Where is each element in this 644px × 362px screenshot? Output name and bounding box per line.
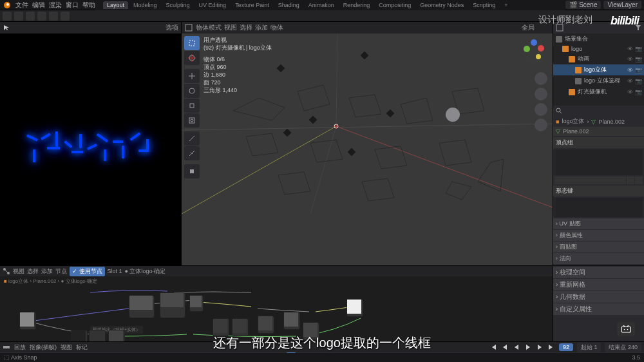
timeline-menu[interactable]: 回放 <box>14 343 26 352</box>
cursor-tool[interactable] <box>184 51 200 65</box>
editor-type-icon[interactable] <box>184 23 193 32</box>
orientation-dropdown[interactable]: 全局 <box>522 23 535 32</box>
outliner-item[interactable]: logo立体 👁📷 <box>553 64 644 75</box>
snap-icon[interactable] <box>61 12 70 21</box>
material-dropdown[interactable]: ● 立体logo·确定 <box>125 267 166 276</box>
workspace-add[interactable]: + <box>500 1 511 9</box>
camera-icon[interactable] <box>535 103 547 116</box>
outliner-item[interactable]: logo·立体选程 👁📷 <box>553 75 644 86</box>
search-icon[interactable] <box>556 108 562 114</box>
workspace-tab[interactable]: Modeling <box>129 1 161 9</box>
outliner-item[interactable]: 动画 👁📷 <box>553 53 644 64</box>
node[interactable] <box>189 295 204 312</box>
workspace-tab[interactable]: Texture Paint <box>231 1 273 9</box>
slot-dropdown[interactable]: Slot 1 <box>108 268 122 274</box>
pan-icon[interactable] <box>535 88 547 100</box>
end-frame-field[interactable]: 结束点 240 <box>605 343 641 352</box>
prop-panel[interactable]: › 颜色属性 <box>553 230 644 241</box>
outliner-item[interactable]: logo 👁📷 <box>553 44 644 53</box>
remove-icon[interactable] <box>635 176 643 184</box>
workspace-tab[interactable]: Geometry Nodes <box>416 1 468 9</box>
bilibili-button[interactable] <box>617 322 635 336</box>
timeline-menu[interactable]: 视图 <box>61 343 72 352</box>
transform-tool[interactable] <box>184 113 200 128</box>
zoom-icon[interactable] <box>535 72 547 85</box>
node[interactable] <box>129 295 155 318</box>
prop-panel[interactable]: › UV 贴图 <box>553 218 644 229</box>
menu-help[interactable]: 帮助 <box>82 1 95 10</box>
prop-panel[interactable]: › 重新网格 <box>553 279 644 291</box>
annotate-tool[interactable] <box>184 131 200 146</box>
scale-tool[interactable] <box>184 99 200 113</box>
section-header[interactable]: 形态键 <box>553 186 644 196</box>
node[interactable] <box>213 318 229 336</box>
menu-file[interactable]: 文件 <box>15 1 28 10</box>
current-frame-field[interactable]: 92 <box>559 343 573 351</box>
timeline-menu[interactable]: 抠像(插帧) <box>30 343 57 352</box>
menu-render[interactable]: 渲染 <box>49 1 62 10</box>
forward-end-icon[interactable] <box>547 343 555 351</box>
workspace-tab[interactable]: Layout <box>103 1 128 9</box>
workspace-tab[interactable]: Shading <box>274 1 303 9</box>
use-nodes-toggle[interactable]: ✓ 使用节点 <box>70 267 105 276</box>
datablock-name[interactable]: ▽ Plane.002 <box>553 127 644 136</box>
rewind-start-icon[interactable] <box>489 343 497 351</box>
workspace-tab[interactable]: Sculpting <box>162 1 194 9</box>
prop-panel[interactable]: › 面贴图 <box>553 242 644 252</box>
prop-panel[interactable]: › 校理空间 <box>553 267 644 278</box>
node[interactable] <box>71 330 88 341</box>
select-tool[interactable] <box>184 36 200 50</box>
snap-icon[interactable] <box>14 12 23 21</box>
viewport-menu[interactable]: 添加 <box>255 23 268 32</box>
options-dropdown[interactable]: 选项 <box>166 23 178 32</box>
add-icon[interactable] <box>627 176 634 184</box>
scene-field[interactable]: 🎬 Scene <box>565 1 601 9</box>
start-frame-field[interactable]: 起始 1 <box>577 343 601 352</box>
prop-panel[interactable]: › 法向 <box>553 253 644 264</box>
snap-icon[interactable] <box>3 12 12 21</box>
add-cube-tool[interactable] <box>184 164 200 178</box>
menu-edit[interactable]: 编辑 <box>32 1 45 10</box>
cursor-icon[interactable] <box>3 24 10 32</box>
node-menu[interactable]: 节点 <box>55 267 67 276</box>
outliner-item[interactable]: 灯光摄像机 👁📷 <box>553 86 644 97</box>
timeline-menu[interactable]: 标记 <box>76 343 88 352</box>
play-reverse-icon[interactable] <box>513 343 520 351</box>
node-menu[interactable]: 添加 <box>41 267 53 276</box>
viewport-menu[interactable]: 物体 <box>270 23 283 32</box>
workspace-tab[interactable]: Compositing <box>375 1 415 9</box>
node[interactable] <box>160 292 185 318</box>
viewport-menu[interactable]: 选择 <box>240 23 252 32</box>
menu-window[interactable]: 窗口 <box>66 1 79 10</box>
workspace-tab[interactable]: UV Editing <box>195 1 231 9</box>
editor-type-icon[interactable] <box>3 267 10 275</box>
workspace-tab[interactable]: Animation <box>305 1 338 9</box>
node[interactable] <box>108 330 125 341</box>
move-tool[interactable] <box>184 69 200 83</box>
node-canvas[interactable]: 群组输出（线框+实体） <box>0 286 553 341</box>
node[interactable] <box>232 318 249 336</box>
node[interactable] <box>19 312 36 330</box>
snap-icon[interactable] <box>49 12 58 21</box>
workspace-tab[interactable]: Rendering <box>339 1 374 9</box>
node[interactable] <box>283 312 300 330</box>
assign-button[interactable] <box>554 176 626 184</box>
node[interactable] <box>258 316 274 334</box>
mode-dropdown[interactable]: 物体模式 <box>196 23 222 32</box>
persp-icon[interactable] <box>535 119 547 131</box>
node-menu[interactable]: 视图 <box>13 267 24 276</box>
workspace-tab[interactable]: Scripting <box>469 1 499 9</box>
next-key-icon[interactable] <box>536 343 544 351</box>
snap-icon[interactable] <box>26 12 35 21</box>
snap-icon[interactable] <box>37 12 46 21</box>
render-viewport[interactable] <box>0 33 181 265</box>
viewlayer-field[interactable]: ViewLayer <box>603 1 641 9</box>
prop-panel[interactable]: › 自定义属性 <box>553 303 644 315</box>
measure-tool[interactable] <box>184 146 200 160</box>
nav-gizmo[interactable] <box>520 39 547 66</box>
play-icon[interactable] <box>524 343 532 351</box>
node[interactable] <box>89 330 106 341</box>
3d-viewport[interactable]: 用户透视 (92) 灯光摄像机 | logo立体 物体 0/6 顶点 960 边… <box>182 33 553 265</box>
node-menu[interactable]: 选择 <box>27 267 39 276</box>
node[interactable] <box>346 299 363 317</box>
